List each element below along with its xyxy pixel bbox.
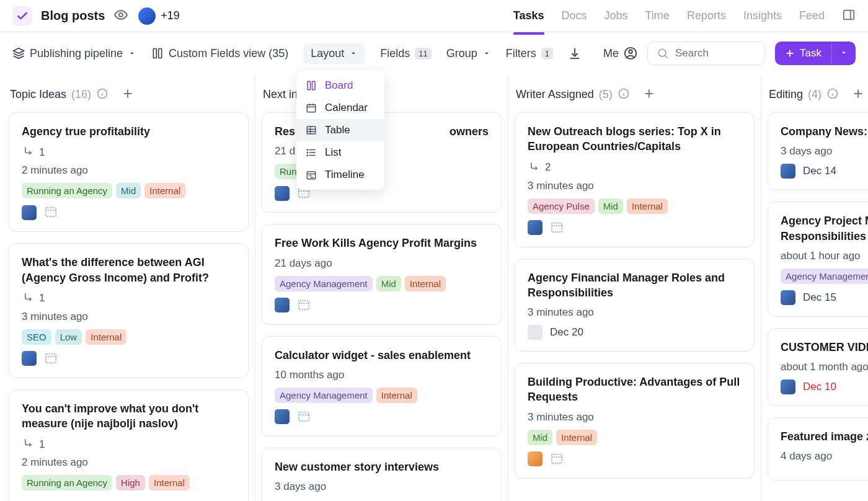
nav-reports[interactable]: Reports [687, 7, 726, 25]
due-date[interactable]: Dec 14 [803, 165, 836, 177]
task-card[interactable]: Agency Project Ma Responsibilitiesabout … [768, 202, 868, 317]
due-date[interactable]: Dec 20 [550, 326, 583, 339]
calendar-icon[interactable] [297, 298, 311, 313]
assignee-avatar[interactable] [22, 205, 37, 220]
assignee-avatar[interactable] [275, 409, 290, 424]
nav-insights[interactable]: Insights [743, 7, 782, 25]
tag[interactable]: Running an Agency [22, 475, 112, 490]
tag[interactable]: Internal [556, 430, 597, 445]
layout-option-list[interactable]: List [296, 141, 384, 164]
visibility-icon[interactable] [113, 7, 128, 24]
layout-menu-trigger[interactable]: Layout [303, 43, 365, 64]
fields-menu-trigger[interactable]: Fields 11 [380, 47, 431, 60]
assignee-avatar[interactable] [781, 164, 795, 179]
add-card-button[interactable] [851, 87, 865, 102]
task-card[interactable]: Free Work Kills Agency Profit Margins21 … [262, 224, 502, 324]
avatar [137, 6, 157, 26]
tag[interactable]: Internal [376, 388, 417, 403]
layout-option-table[interactable]: Table [296, 119, 384, 141]
calendar-icon[interactable] [44, 351, 58, 366]
tag[interactable]: Mid [376, 276, 401, 291]
task-card[interactable]: Building Productive: Advantages of Pull … [515, 363, 755, 479]
layout-option-label: Calendar [325, 102, 368, 114]
group-menu-trigger[interactable]: Group [446, 47, 491, 60]
assignee-avatar[interactable] [275, 298, 290, 313]
nav-tasks[interactable]: Tasks [513, 7, 544, 25]
column-name: Writer Assigned [516, 88, 594, 101]
calendar-icon[interactable] [297, 409, 311, 425]
svg-rect-47 [299, 188, 309, 198]
assignee-avatar[interactable] [781, 379, 795, 394]
tag[interactable]: Mid [116, 183, 141, 198]
tag[interactable]: Agency Managemen [781, 268, 868, 284]
assignee-avatar[interactable] [528, 325, 542, 340]
due-date[interactable]: Dec 15 [803, 291, 836, 304]
tag[interactable]: Agency Management [275, 388, 373, 403]
member-avatars[interactable]: +19 [137, 6, 180, 26]
task-card[interactable]: Featured image za4 days ago [768, 417, 868, 481]
layout-dropdown: BoardCalendarTableListTimeline [296, 71, 384, 190]
search-box[interactable] [647, 42, 765, 65]
tag[interactable]: High [116, 475, 145, 490]
view-selector[interactable]: Publishing pipeline [12, 47, 136, 60]
assignee-avatar[interactable] [528, 220, 542, 235]
download-button[interactable] [568, 47, 582, 60]
add-card-button[interactable] [642, 87, 656, 102]
assignee-avatar[interactable] [22, 351, 37, 366]
tag[interactable]: Agency Management [275, 276, 373, 291]
nav-feed[interactable]: Feed [799, 7, 825, 25]
tag[interactable]: Agency Pulse [528, 198, 595, 214]
add-card-button[interactable] [121, 87, 135, 102]
new-task-main[interactable]: Task [775, 42, 831, 65]
calendar-icon[interactable] [550, 220, 564, 236]
current-view[interactable]: Custom Fields view (35) [151, 47, 288, 60]
task-card[interactable]: Company News: w post3 days agoDec 14 [768, 112, 868, 190]
card-footer [528, 451, 742, 467]
nav-time[interactable]: Time [645, 7, 670, 25]
app-logo[interactable] [12, 6, 32, 26]
nav-docs[interactable]: Docs [562, 7, 587, 25]
due-date[interactable]: Dec 10 [803, 381, 836, 393]
card-tags: Running an AgencyHighInternal [22, 475, 236, 490]
info-icon[interactable] [96, 87, 108, 102]
info-icon[interactable] [826, 87, 839, 102]
svg-rect-4 [153, 49, 156, 58]
tag[interactable]: Mid [528, 430, 552, 445]
task-card[interactable]: New Outreach blogs series: Top X in Euro… [515, 112, 755, 247]
assignee-avatar[interactable] [781, 290, 795, 305]
task-card[interactable]: CUSTOMER VIDEOabout 1 month agoDec 10 [768, 328, 868, 406]
layout-option-timeline[interactable]: Timeline [296, 164, 384, 186]
subtask-row: 1 [22, 437, 236, 451]
tag[interactable]: Low [55, 329, 82, 345]
new-task-caret[interactable] [831, 43, 856, 64]
card-footer [275, 409, 489, 425]
info-icon[interactable] [618, 87, 630, 102]
calendar-icon[interactable] [44, 205, 58, 220]
tag[interactable]: Internal [405, 276, 446, 291]
calendar-icon[interactable] [550, 451, 564, 467]
assignee-avatar[interactable] [528, 451, 542, 466]
tag[interactable]: Internal [627, 198, 668, 214]
filters-menu-trigger[interactable]: Filters 1 [506, 47, 553, 60]
nav-jobs[interactable]: Jobs [604, 7, 628, 25]
task-card[interactable]: You can't improve what you don't measure… [9, 389, 249, 501]
tag[interactable]: Mid [598, 198, 623, 214]
tag[interactable]: Internal [86, 329, 126, 345]
side-panel-icon[interactable] [842, 8, 856, 24]
task-card[interactable]: New customer story interviews3 days ago [262, 448, 502, 501]
layout-option-calendar[interactable]: Calendar [296, 97, 384, 119]
layout-option-board[interactable]: Board [296, 74, 384, 97]
tag[interactable]: SEO [22, 329, 51, 345]
tag[interactable]: Running an Agency [22, 183, 112, 198]
tag[interactable]: Internal [144, 183, 185, 198]
task-card[interactable]: Agency Financial Manager Roles and Respo… [515, 259, 755, 352]
task-card[interactable]: Agency true profitability12 minutes agoR… [9, 112, 249, 232]
assignee-avatar[interactable] [275, 186, 290, 201]
task-card[interactable]: Calculator widget - sales enablement10 m… [262, 336, 502, 437]
search-input[interactable] [675, 47, 756, 60]
card-footer: Dec 10 [781, 379, 868, 394]
filters-label: Filters [506, 47, 536, 60]
task-card[interactable]: What's the difference between AGI (Agenc… [9, 243, 249, 378]
tag[interactable]: Internal [149, 475, 190, 490]
me-filter[interactable]: Me [603, 47, 637, 60]
